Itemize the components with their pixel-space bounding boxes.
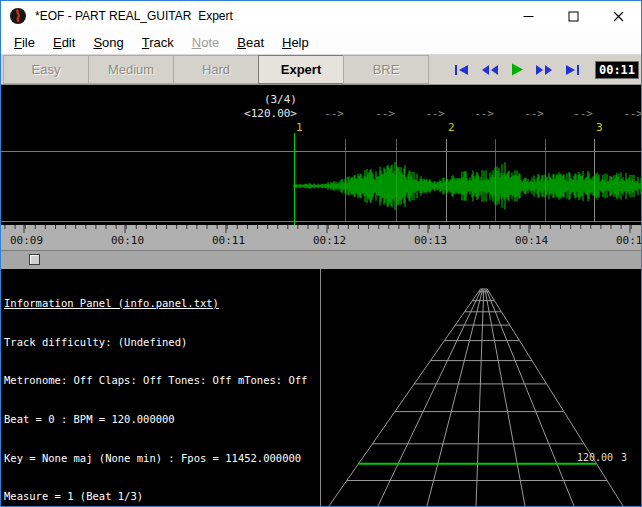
timeline-ruler[interactable]: 00:0900:1000:1100:1200:1300:1400:15 [1, 225, 641, 250]
app-icon[interactable] [9, 7, 27, 25]
ruler-time-label: 00:13 [414, 234, 447, 247]
info-panel: Information Panel (info.panel.txt) Track… [1, 269, 321, 506]
3d-tempo-label: 120.00 [577, 452, 613, 463]
info-line: Metronome: Off Claps: Off Tones: Off mTo… [4, 374, 320, 387]
ruler-time-label: 00:09 [10, 234, 43, 247]
eof-window: *EOF - PART REAL_GUITAR Expert File Edit… [0, 0, 642, 507]
time-signature-label: (3/4) [264, 93, 297, 106]
scroll-strip[interactable] [1, 250, 641, 269]
tab-medium[interactable]: Medium [88, 55, 174, 84]
transport-controls [451, 55, 583, 84]
tab-bre[interactable]: BRE [343, 55, 429, 84]
menu-track[interactable]: Track [133, 33, 183, 52]
tab-hard[interactable]: Hard [173, 55, 259, 84]
close-button[interactable] [596, 1, 641, 31]
rewind-button[interactable] [478, 61, 502, 79]
info-line: Track difficulty: (Undefined) [4, 336, 320, 349]
play-button[interactable] [505, 61, 529, 79]
lane-top-line [1, 151, 641, 152]
fast-forward-button[interactable] [532, 61, 556, 79]
skip-to-end-icon [562, 64, 580, 76]
close-icon [613, 11, 624, 22]
menu-edit[interactable]: Edit [44, 33, 84, 52]
menu-file[interactable]: File [5, 33, 44, 52]
menubar: File Edit Song Track Note Beat Help [1, 31, 641, 55]
info-line: Key = None maj (None min) : Fpos = 11452… [4, 452, 320, 465]
3d-fretboard-preview: 120.00 3 [321, 269, 641, 506]
piano-roll-editor[interactable]: 1-->-->-->2-->-->-->3--> (3/4) <120.00> [1, 85, 641, 225]
skip-to-start-icon [454, 64, 472, 76]
tempo-label: <120.00> [244, 107, 297, 120]
caption-buttons [506, 1, 641, 31]
menu-song[interactable]: Song [84, 33, 132, 52]
rewind-icon [481, 64, 499, 76]
difficulty-toolbar: Easy Medium Hard Expert BRE [1, 55, 641, 85]
menu-note: Note [183, 33, 228, 52]
minimize-icon [523, 11, 534, 22]
info-panel-title: Information Panel (info.panel.txt) [4, 297, 320, 310]
play-icon [510, 63, 524, 76]
ruler-time-label: 00:11 [212, 234, 245, 247]
skip-to-start-button[interactable] [451, 61, 475, 79]
bottom-panels: Information Panel (info.panel.txt) Track… [1, 269, 641, 506]
window-title: *EOF - PART REAL_GUITAR Expert [35, 9, 233, 23]
fast-forward-icon [535, 64, 553, 76]
scroll-thumb[interactable] [29, 254, 40, 265]
waveform [1, 85, 641, 225]
minimize-button[interactable] [506, 1, 551, 31]
tab-expert[interactable]: Expert [258, 55, 344, 84]
skip-to-end-button[interactable] [559, 61, 583, 79]
ruler-time-label: 00:14 [515, 234, 548, 247]
menu-beat[interactable]: Beat [228, 33, 273, 52]
ruler-time-label: 00:15 [616, 234, 641, 247]
3d-beat-label: 3 [621, 452, 627, 463]
tab-easy[interactable]: Easy [3, 55, 89, 84]
ruler-time-label: 00:12 [313, 234, 346, 247]
fretboard-grid [321, 269, 641, 506]
titlebar: *EOF - PART REAL_GUITAR Expert [1, 1, 641, 31]
maximize-button[interactable] [551, 1, 596, 31]
seek-position-line [294, 133, 295, 225]
info-line: Beat = 0 : BPM = 120.000000 [4, 413, 320, 426]
time-display: 00:11 [595, 61, 639, 79]
menu-help[interactable]: Help [273, 33, 318, 52]
lane-bottom-line [1, 221, 641, 222]
info-line: Measure = 1 (Beat 1/3) [4, 490, 320, 503]
maximize-icon [568, 11, 579, 22]
eof-guitar-icon [9, 7, 27, 25]
ruler-time-label: 00:10 [111, 234, 144, 247]
